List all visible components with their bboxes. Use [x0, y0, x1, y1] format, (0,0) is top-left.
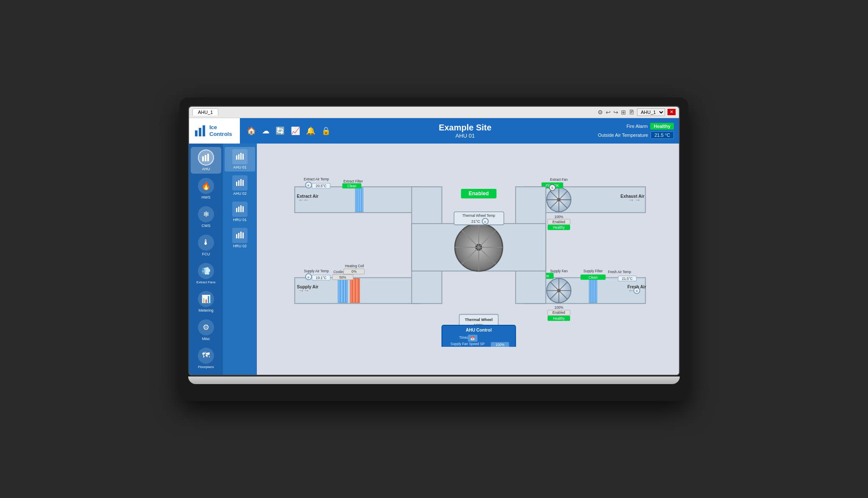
bell-nav-icon[interactable]: 🔔 — [306, 126, 315, 136]
title-bar: AHU_1 ⚙ ↩ ↪ ⊞ 🖹 AHU_1 ✕ — [189, 107, 679, 118]
doc-icon[interactable]: 🖹 — [629, 109, 634, 116]
sub-sidebar-ahu01[interactable]: AHU 01 — [225, 147, 255, 172]
svg-rect-17 — [242, 206, 244, 212]
logo-icon — [194, 125, 207, 137]
svg-text:100%: 100% — [554, 306, 563, 310]
logo-area: Ice Controls — [189, 118, 240, 144]
grid-icon[interactable]: ⊞ — [621, 109, 626, 116]
svg-text:21.5°C: 21.5°C — [622, 277, 632, 280]
main-layout: AHU 🔥 HWS ❄ CWS 🌡 FCU 💨 Extract Fans — [189, 144, 679, 375]
lock-nav-icon[interactable]: 🔒 — [321, 126, 331, 136]
settings-icon[interactable]: ⚙ — [598, 109, 603, 116]
sidebar-item-fcu[interactable]: 🌡 FCU — [191, 232, 221, 259]
svg-text:📅: 📅 — [470, 336, 475, 340]
fire-alarm-row: Fire Alarm Healthy — [626, 123, 674, 130]
cws-label: CWS — [202, 224, 211, 228]
svg-rect-2 — [203, 125, 205, 136]
hru02-label: HRU 02 — [233, 244, 247, 248]
hws-icon: 🔥 — [198, 178, 214, 194]
sidebar-item-metering[interactable]: 📊 Metering — [191, 288, 221, 315]
metering-icon: 📊 — [198, 291, 214, 307]
svg-rect-8 — [240, 153, 242, 160]
extract-fans-label: Extract Fans — [197, 280, 216, 284]
ahu-label: AHU — [202, 167, 210, 171]
svg-text:Healthy: Healthy — [553, 226, 565, 230]
svg-rect-21 — [242, 232, 244, 238]
main-content: ← ← Extract Filter Clean Extract — [257, 144, 679, 375]
fire-alarm-badge: Healthy — [650, 123, 674, 130]
svg-rect-9 — [242, 154, 244, 160]
cloud-nav-icon[interactable]: ☁ — [262, 126, 270, 136]
chart-nav-icon[interactable]: 📈 — [291, 126, 300, 136]
svg-text:100%: 100% — [554, 215, 563, 219]
svg-text:Extract Air Temp: Extract Air Temp — [304, 177, 329, 181]
svg-text:Enabled: Enabled — [553, 220, 565, 224]
svg-rect-10 — [236, 182, 237, 186]
svg-rect-14 — [236, 208, 237, 212]
svg-text:Enabled: Enabled — [553, 311, 565, 315]
svg-text:⊕: ⊕ — [308, 183, 310, 186]
app-header: Ice Controls 🏠 ☁ 🔄 📈 🔔 🔒 Example Site AH… — [189, 118, 679, 144]
fire-alarm-label: Fire Alarm — [626, 124, 648, 129]
svg-rect-1 — [199, 128, 201, 136]
header-status: Fire Alarm Healthy Outside Air Temperatu… — [593, 118, 679, 144]
nav-icons: 🏠 ☁ 🔄 📈 🔔 🔒 — [240, 118, 337, 144]
svg-text:0%: 0% — [351, 270, 356, 274]
svg-text:Enabled: Enabled — [469, 191, 489, 196]
sidebar: AHU 🔥 HWS ❄ CWS 🌡 FCU 💨 Extract Fans — [189, 144, 223, 375]
svg-text:Extract Filter: Extract Filter — [343, 179, 363, 183]
sub-sidebar-hru02[interactable]: HRU 02 — [225, 226, 255, 250]
sidebar-item-cws[interactable]: ❄ CWS — [191, 204, 221, 230]
svg-text:Supply Air: Supply Air — [297, 285, 319, 289]
svg-text:AHU Control: AHU Control — [466, 328, 492, 332]
refresh-nav-icon[interactable]: 🔄 — [275, 126, 285, 136]
ahu-diagram: ← ← Extract Filter Clean Extract — [261, 148, 675, 347]
svg-text:20.5°C: 20.5°C — [316, 184, 326, 188]
home-nav-icon[interactable]: 🏠 — [247, 126, 256, 136]
svg-rect-15 — [238, 207, 239, 212]
svg-text:S: S — [551, 186, 554, 190]
svg-text:Supply Fan: Supply Fan — [550, 269, 568, 273]
outside-air-value: 21.5 °C — [651, 131, 674, 139]
svg-rect-16 — [240, 205, 242, 212]
misc-icon: ⚙ — [198, 319, 214, 335]
diagram-svg: ← ← Extract Filter Clean Extract — [261, 148, 675, 347]
redo-icon[interactable]: ↪ — [613, 109, 618, 116]
svg-text:Thermal Wheel Temp: Thermal Wheel Temp — [462, 214, 495, 218]
svg-text:Healthy: Healthy — [553, 316, 565, 320]
ahu-select[interactable]: AHU_1 — [637, 108, 665, 116]
floorplans-label: Floorplans — [198, 365, 214, 369]
svg-text:Heating Coil: Heating Coil — [345, 264, 364, 268]
svg-text:⊕: ⊕ — [636, 289, 638, 292]
sidebar-item-misc[interactable]: ⚙ Misc — [191, 317, 221, 343]
undo-icon[interactable]: ↩ — [606, 109, 611, 116]
svg-text:Thermal Wheel: Thermal Wheel — [465, 317, 492, 321]
sidebar-item-hws[interactable]: 🔥 HWS — [191, 175, 221, 202]
sub-sidebar: AHU 01 AHU 02 — [223, 144, 257, 375]
svg-text:Supply Filter: Supply Filter — [584, 269, 603, 273]
logo-line2: Controls — [209, 131, 232, 138]
svg-rect-5 — [207, 154, 209, 161]
svg-text:21°C: 21°C — [471, 219, 480, 223]
svg-rect-20 — [240, 232, 242, 238]
svg-text:Exhaust Air: Exhaust Air — [620, 194, 644, 198]
svg-text:19.1°C: 19.1°C — [316, 276, 326, 279]
ahu01-label: AHU 01 — [233, 165, 247, 169]
svg-rect-11 — [238, 180, 239, 186]
svg-text:Extract Fan: Extract Fan — [550, 177, 568, 181]
svg-text:Fresh Air Temp: Fresh Air Temp — [608, 270, 631, 274]
sub-sidebar-ahu02[interactable]: AHU 02 — [225, 173, 255, 198]
outside-air-row: Outside Air Temperature 21.5 °C — [598, 131, 674, 139]
browser-tab[interactable]: AHU_1 — [192, 108, 218, 116]
sidebar-item-floorplans[interactable]: 🗺 Floorplans — [191, 345, 221, 371]
fcu-label: FCU — [202, 252, 210, 256]
cws-icon: ❄ — [198, 206, 214, 222]
sidebar-item-ahu[interactable]: AHU — [191, 147, 221, 174]
close-button[interactable]: ✕ — [668, 109, 676, 115]
sidebar-item-extract-fans[interactable]: 💨 Extract Fans — [191, 260, 221, 287]
svg-text:Supply Air Temp: Supply Air Temp — [304, 269, 329, 273]
floorplans-icon: 🗺 — [198, 348, 214, 364]
sub-sidebar-hru01[interactable]: HRU 01 — [225, 199, 255, 224]
misc-label: Misc — [202, 337, 210, 341]
site-name: Example Site — [439, 123, 492, 133]
